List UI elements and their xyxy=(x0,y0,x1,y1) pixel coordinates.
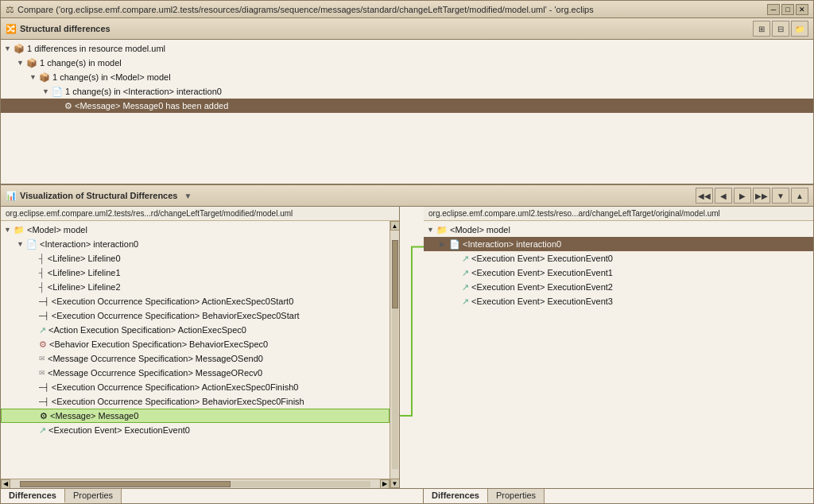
left-tab-bar: Differences Properties xyxy=(1,489,424,503)
tab-differences-left[interactable]: Differences xyxy=(1,489,65,503)
window-controls: ─ □ ✕ xyxy=(767,4,808,15)
tree-row[interactable]: ↗ <Action Execution Specification> Actio… xyxy=(1,323,390,337)
tree-icon: ┤ xyxy=(39,282,45,292)
v-scroll-thumb[interactable] xyxy=(392,240,398,308)
nav-btn-prev[interactable]: ◀ xyxy=(715,188,732,204)
tree-label: <Model> model xyxy=(27,225,87,235)
left-pane: org.eclipse.emf.compare.uml2.tests/res..… xyxy=(1,207,400,488)
structural-tree[interactable]: ▼ 📦 1 differences in resource model.uml … xyxy=(1,40,813,184)
viz-header: 📊 Visualization of Structural Difference… xyxy=(1,185,813,207)
tree-label: <Lifeline> Lifeline0 xyxy=(48,254,121,263)
toolbar-btn-1[interactable]: ⊞ xyxy=(753,21,770,37)
minimize-button[interactable]: ─ xyxy=(767,4,780,15)
tree-row[interactable]: ✉ <Message Occurrence Specification> Mes… xyxy=(1,366,390,380)
tree-arrow[interactable]: ▼ xyxy=(17,59,26,67)
visualization-panel: 📊 Visualization of Structural Difference… xyxy=(1,185,813,503)
tree-row[interactable]: ─┤ <Execution Occurrence Specification> … xyxy=(1,380,390,394)
left-v-scrollbar[interactable]: ▲ ▼ xyxy=(390,221,399,488)
tree-row[interactable]: ↗ <Execution Event> ExecutionEvent0 xyxy=(1,423,390,437)
tree-label: <Execution Event> ExecutionEvent0 xyxy=(48,425,190,435)
tree-label: <Interaction> interaction0 xyxy=(463,239,561,249)
tree-arrow[interactable]: ▼ xyxy=(427,226,436,234)
tree-icon: ↗ xyxy=(462,268,469,278)
tab-properties-left[interactable]: Properties xyxy=(65,489,122,503)
nav-btn-up[interactable]: ▲ xyxy=(791,188,808,204)
structural-panel-title: Structural differences xyxy=(20,24,750,33)
tree-arrow[interactable]: ▼ xyxy=(29,73,39,81)
tree-arrow[interactable]: ▼ xyxy=(4,226,14,234)
nav-btn-first[interactable]: ◀◀ xyxy=(696,188,713,204)
tree-icon: ┤ xyxy=(39,268,45,277)
tree-arrow[interactable]: ▼ xyxy=(42,87,52,95)
toolbar-btn-2[interactable]: ⊟ xyxy=(772,21,789,37)
tree-node-icon: 📄 xyxy=(52,87,63,97)
tree-icon: 📁 xyxy=(14,225,25,235)
tree-row-selected[interactable]: ⚙ <Message> Message0 has been added xyxy=(1,99,813,113)
maximize-button[interactable]: □ xyxy=(781,4,794,15)
tree-row[interactable]: ┤ <Lifeline> Lifeline0 xyxy=(1,251,390,266)
tree-row-highlighted[interactable]: ⚙ <Message> Message0 xyxy=(1,409,390,423)
tree-row[interactable]: ✉ <Message Occurrence Specification> Mes… xyxy=(1,351,390,366)
tree-icon: ✉ xyxy=(39,369,45,377)
tab-properties-right[interactable]: Properties xyxy=(488,489,545,503)
tree-row[interactable]: ─┤ <Execution Occurrence Specification> … xyxy=(1,308,390,323)
tree-row[interactable]: ▼ 📦 1 differences in resource model.uml xyxy=(1,41,813,56)
tree-row[interactable]: ─┤ <Execution Occurrence Specification> … xyxy=(1,394,390,409)
tree-node-label: 1 change(s) in <Interaction> interaction… xyxy=(65,87,222,96)
close-button[interactable]: ✕ xyxy=(796,4,808,15)
window-icon: ⚖ xyxy=(6,4,14,15)
tree-row[interactable]: ┤ <Lifeline> Lifeline1 xyxy=(1,266,390,280)
tree-row[interactable]: ┤ <Lifeline> Lifeline2 xyxy=(1,280,390,294)
tree-label: <Execution Occurrence Specification> Act… xyxy=(52,297,294,306)
tree-row[interactable]: ⚙ <Behavior Execution Specification> Beh… xyxy=(1,337,390,351)
tree-label: <Behavior Execution Specification> Behav… xyxy=(49,339,268,349)
tree-label: <Execution Event> ExecutionEvent0 xyxy=(471,254,613,263)
tree-row[interactable]: ↗ <Execution Event> ExecutionEvent1 xyxy=(424,266,813,280)
tree-row-selected[interactable]: ▶ 📄 <Interaction> interaction0 xyxy=(424,237,813,251)
tree-label: <Lifeline> Lifeline2 xyxy=(48,282,121,292)
left-h-scrollbar[interactable]: ◀ ▶ xyxy=(1,479,390,488)
tab-differences-right[interactable]: Differences xyxy=(424,489,488,503)
scroll-thumb[interactable] xyxy=(20,481,231,487)
tree-label: <Lifeline> Lifeline1 xyxy=(48,268,121,277)
scroll-left-arrow[interactable]: ◀ xyxy=(1,479,10,489)
tree-row[interactable]: ↗ <Execution Event> ExecutionEvent3 xyxy=(424,294,813,308)
tree-node-label: 1 differences in resource model.uml xyxy=(27,44,165,53)
tree-label: <Message Occurrence Specification> Messa… xyxy=(48,368,262,378)
scroll-right-arrow[interactable]: ▶ xyxy=(380,479,390,489)
tree-icon: ↗ xyxy=(39,425,46,436)
left-pane-scroll-container: ▼ 📁 <Model> model ▼ 📄 <Interaction> inte… xyxy=(1,221,399,488)
tree-icon: ↗ xyxy=(462,282,469,293)
tree-label: <Execution Occurrence Specification> Act… xyxy=(52,382,299,392)
tree-row[interactable]: ▼ 📄 1 change(s) in <Interaction> interac… xyxy=(1,84,813,99)
tree-row[interactable]: ▼ 📦 1 change(s) in model xyxy=(1,56,813,70)
nav-btn-next[interactable]: ▶ xyxy=(734,188,751,204)
tree-arrow[interactable]: ▼ xyxy=(17,240,26,248)
tree-label: <Execution Event> ExecutionEvent1 xyxy=(471,268,613,277)
tree-node-icon: 📦 xyxy=(26,58,37,68)
scroll-track[interactable] xyxy=(20,481,370,487)
left-tree[interactable]: ▼ 📁 <Model> model ▼ 📄 <Interaction> inte… xyxy=(1,221,390,479)
tree-node-icon: 📦 xyxy=(39,72,50,83)
tree-icon: ⚙ xyxy=(39,339,47,350)
v-scroll-track[interactable] xyxy=(392,240,398,469)
scroll-down-arrow[interactable]: ▼ xyxy=(390,479,400,488)
tree-row[interactable]: ↗ <Execution Event> ExecutionEvent2 xyxy=(424,280,813,294)
tree-row[interactable]: ▼ 📁 <Model> model xyxy=(424,223,813,237)
left-pane-middle: ▼ 📁 <Model> model ▼ 📄 <Interaction> inte… xyxy=(1,221,390,488)
tree-icon: ✉ xyxy=(39,355,45,362)
toolbar-btn-3[interactable]: 📁 xyxy=(791,21,808,37)
tree-row[interactable]: ▼ 📁 <Model> model xyxy=(1,223,390,237)
tree-row[interactable]: ▼ 📦 1 change(s) in <Model> model xyxy=(1,70,813,84)
tree-row[interactable]: ▼ 📄 <Interaction> interaction0 xyxy=(1,237,390,251)
viz-dropdown-arrow[interactable]: ▼ xyxy=(184,192,192,200)
tree-arrow[interactable]: ▼ xyxy=(4,45,14,52)
nav-btn-down[interactable]: ▼ xyxy=(772,188,789,204)
tree-row[interactable]: ─┤ <Execution Occurrence Specification> … xyxy=(1,294,390,308)
tree-arrow[interactable]: ▶ xyxy=(440,240,449,248)
nav-btn-last[interactable]: ▶▶ xyxy=(753,188,770,204)
right-tree[interactable]: ▼ 📁 <Model> model ▶ 📄 <Interaction> inte… xyxy=(424,221,813,488)
scroll-up-arrow[interactable]: ▲ xyxy=(390,221,400,231)
tree-label: <Action Execution Specification> ActionE… xyxy=(48,325,246,335)
tree-row[interactable]: ↗ <Execution Event> ExecutionEvent0 xyxy=(424,251,813,266)
